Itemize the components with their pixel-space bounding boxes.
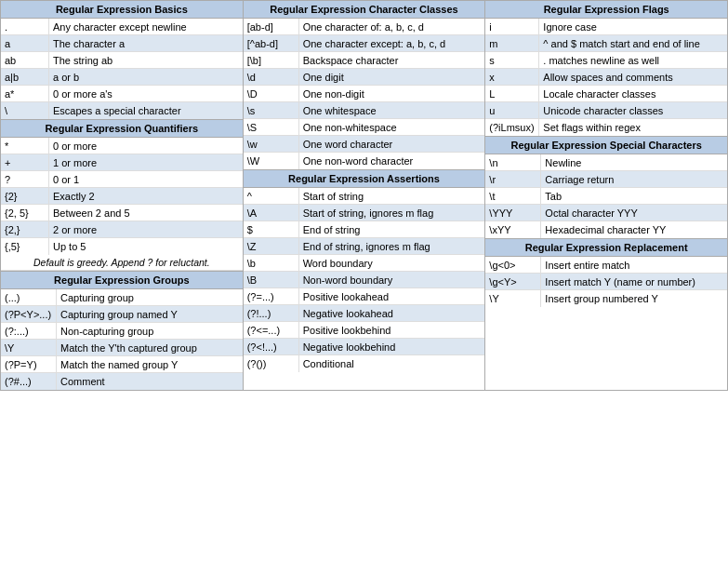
row-value: Ignore case	[539, 19, 727, 34]
row-value: Comment	[57, 373, 243, 390]
row-key: \n	[485, 154, 541, 170]
row-key: x	[485, 69, 539, 85]
row-value: Start of string	[299, 188, 485, 204]
row-value: Insert group numbered Y	[541, 290, 727, 307]
row-key: (?P<Y>...)	[1, 306, 57, 322]
row-value: Positive lookahead	[299, 288, 485, 304]
table-row: uUnicode character classes	[485, 102, 727, 119]
row-value: Any character except newline	[49, 19, 243, 34]
row-key: L	[485, 86, 539, 101]
table-row: (?())Conditional	[244, 355, 485, 372]
row-value: Newline	[541, 154, 727, 170]
row-value: a or b	[49, 69, 243, 85]
row-key: (?=...)	[244, 288, 299, 304]
flags-title: Regular Expression Flags	[485, 1, 727, 19]
basics-title: Regular Expression Basics	[1, 1, 243, 19]
row-value: Insert match Y (name or number)	[541, 274, 727, 289]
row-value: The character a	[49, 35, 243, 51]
row-key: ab	[1, 52, 49, 68]
row-value: End of string	[299, 221, 485, 237]
row-value: Non-capturing group	[57, 323, 243, 339]
row-key: (?:...)	[1, 323, 57, 339]
row-value: Unicode character classes	[539, 102, 727, 118]
table-row: (?:...)Non-capturing group	[1, 323, 243, 340]
table-row: {2,}2 or more	[1, 221, 243, 238]
table-row: (?P=Y)Match the named group Y	[1, 356, 243, 373]
row-key: [\b]	[244, 52, 299, 68]
row-value: 0 or more a's	[49, 86, 243, 101]
classes-title: Regular Expression Character Classes	[244, 1, 485, 19]
table-row: .Any character except newline	[1, 19, 243, 35]
table-row: +1 or more	[1, 154, 243, 171]
row-value: One digit	[299, 69, 485, 85]
row-value: One non-whitespace	[299, 119, 485, 135]
table-row: (?=...)Positive lookahead	[244, 288, 485, 305]
table-row: s. matches newline as well	[485, 52, 727, 69]
table-row: \xYYHexadecimal character YY	[485, 221, 727, 238]
row-value: One non-word character	[299, 153, 485, 169]
row-key: (?iLmsux)	[485, 119, 539, 136]
row-value: Set flags within regex	[539, 119, 727, 136]
assertions-title: Regular Expression Assertions	[244, 170, 485, 188]
row-key: (...)	[1, 289, 57, 305]
table-row: (?!...)Negative lookahead	[244, 305, 485, 322]
section-special: Regular Expression Special Characters \n…	[485, 137, 727, 239]
row-value: Backspace character	[299, 52, 485, 68]
row-value: Capturing group named Y	[57, 306, 243, 322]
table-row: \dOne digit	[244, 69, 485, 86]
row-key: {2}	[1, 188, 49, 204]
row-value: 2 or more	[49, 221, 243, 237]
row-key: a	[1, 35, 49, 51]
row-key: \Y	[485, 290, 541, 307]
table-row: [^ab-d]One character except: a, b, c, d	[244, 35, 485, 52]
table-row: {,5}Up to 5	[1, 238, 243, 255]
col-2: Regular Expression Character Classes [ab…	[244, 1, 486, 390]
table-row: (...)Capturing group	[1, 289, 243, 306]
row-value: Between 2 and 5	[49, 205, 243, 221]
section-basics: Regular Expression Basics .Any character…	[1, 1, 243, 120]
row-key: \xYY	[485, 221, 541, 238]
table-row: \WOne non-word character	[244, 153, 485, 169]
row-value: The string ab	[49, 52, 243, 68]
row-value: One character of: a, b, c, d	[299, 19, 485, 34]
section-quantifiers: Regular Expression Quantifiers *0 or mor…	[1, 120, 243, 272]
table-row: xAllow spaces and comments	[485, 69, 727, 86]
flags-rows: iIgnore casem^ and $ match start and end…	[485, 19, 727, 136]
row-value: Positive lookbehind	[299, 322, 485, 338]
row-key: \w	[244, 136, 299, 152]
row-value: Octal character YYY	[541, 205, 727, 221]
row-value: Up to 5	[49, 238, 243, 255]
quantifiers-rows: *0 or more+1 or more?0 or 1{2}Exactly 2{…	[1, 138, 243, 255]
table-row: \AStart of string, ignores m flag	[244, 205, 485, 221]
section-groups: Regular Expression Groups (...)Capturing…	[1, 272, 243, 390]
row-key: ^	[244, 188, 299, 204]
row-value: One whitespace	[299, 102, 485, 118]
section-flags: Regular Expression Flags iIgnore casem^ …	[485, 1, 727, 137]
row-key: \g<Y>	[485, 274, 541, 289]
row-key: .	[1, 19, 49, 34]
table-row: \ZEnd of string, ignores m flag	[244, 238, 485, 255]
table-row: \nNewline	[485, 154, 727, 171]
table-row: ?0 or 1	[1, 171, 243, 188]
row-key: a|b	[1, 69, 49, 85]
col-3: Regular Expression Flags iIgnore casem^ …	[485, 1, 727, 390]
row-key: m	[485, 35, 539, 51]
row-key: \B	[244, 272, 299, 288]
row-key: *	[1, 138, 49, 154]
table-row: [ab-d]One character of: a, b, c, d	[244, 19, 485, 35]
row-value: Non-word boundary	[299, 272, 485, 288]
row-value: ^ and $ match start and end of line	[539, 35, 727, 51]
row-key: (?<=...)	[244, 322, 299, 338]
row-key: \A	[244, 205, 299, 221]
row-value: Conditional	[299, 355, 485, 372]
table-row: (?P<Y>...)Capturing group named Y	[1, 306, 243, 323]
replacement-title: Regular Expression Replacement	[485, 239, 727, 257]
row-key: \S	[244, 119, 299, 135]
row-key: ?	[1, 171, 49, 187]
main-container: Regular Expression Basics .Any character…	[0, 0, 728, 391]
table-row: \SOne non-whitespace	[244, 119, 485, 136]
row-value: Hexadecimal character YY	[541, 221, 727, 238]
row-key: +	[1, 154, 49, 170]
table-row: (?<!...)Negative lookbehind	[244, 339, 485, 355]
table-row: \bWord boundary	[244, 255, 485, 272]
